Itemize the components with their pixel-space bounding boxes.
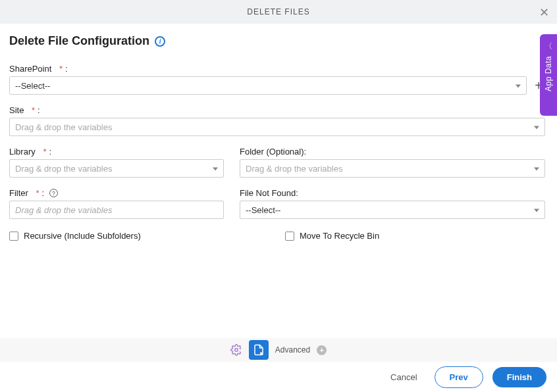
chevron-down-icon	[213, 168, 218, 171]
library-placeholder: Drag & drop the variables	[15, 164, 112, 174]
add-advanced-button[interactable]: +	[317, 345, 327, 355]
file-delete-icon	[253, 344, 265, 356]
sharepoint-label: SharePoint *:	[9, 64, 545, 74]
close-button[interactable]: ✕	[539, 5, 549, 20]
chevron-down-icon	[534, 209, 539, 212]
file-not-found-value: --Select--	[246, 205, 280, 215]
file-delete-icon-button[interactable]	[249, 340, 269, 360]
prev-button[interactable]: Prev	[435, 366, 483, 388]
site-placeholder: Drag & drop the variables	[15, 122, 112, 132]
chevron-down-icon	[534, 126, 539, 130]
content-area: Delete File Configuration i SharePoint *…	[0, 24, 557, 241]
sharepoint-value: --Select--	[15, 81, 50, 91]
dialog-footer: Cancel Prev Finish	[0, 362, 557, 392]
filter-label: Filter *: ?	[9, 188, 224, 198]
page-title-row: Delete File Configuration i	[9, 34, 545, 48]
folder-label: Folder (Optional):	[240, 147, 545, 157]
svg-point-0	[235, 349, 238, 352]
library-input[interactable]: Drag & drop the variables	[9, 159, 224, 178]
recycle-bin-label: Move To Recycle Bin	[300, 231, 379, 241]
site-input[interactable]: Drag & drop the variables	[9, 118, 545, 136]
finish-button[interactable]: Finish	[492, 367, 546, 387]
help-icon[interactable]: ?	[49, 189, 58, 197]
info-icon[interactable]: i	[155, 36, 165, 47]
library-label: Library *:	[9, 147, 224, 157]
filter-placeholder: Drag & drop the variables	[15, 205, 112, 215]
chevron-left-icon: 〈	[544, 41, 552, 52]
file-not-found-select[interactable]: --Select--	[240, 201, 545, 219]
chevron-down-icon	[516, 85, 521, 88]
app-data-panel-toggle[interactable]: 〈 App Data	[540, 34, 557, 116]
recursive-checkbox[interactable]	[9, 232, 18, 241]
folder-placeholder: Drag & drop the variables	[246, 164, 342, 174]
cancel-button[interactable]: Cancel	[383, 367, 425, 387]
advanced-label: Advanced	[275, 345, 310, 355]
dialog-header: DELETE FILES ✕	[0, 0, 557, 24]
chevron-down-icon	[534, 168, 539, 171]
sharepoint-select[interactable]: --Select--	[9, 76, 527, 95]
file-not-found-label: File Not Found:	[240, 188, 545, 198]
folder-input[interactable]: Drag & drop the variables	[240, 159, 545, 178]
site-label: Site *:	[9, 105, 545, 115]
gear-icon[interactable]	[230, 344, 242, 356]
app-data-label: App Data	[544, 56, 553, 91]
page-title: Delete File Configuration	[9, 34, 149, 48]
bottom-toolbar: Advanced +	[0, 338, 557, 362]
recycle-bin-checkbox[interactable]	[285, 232, 294, 241]
dialog-title: DELETE FILES	[247, 7, 309, 16]
recursive-label: Recursive (Include Subfolders)	[24, 231, 141, 241]
filter-input[interactable]: Drag & drop the variables	[9, 201, 224, 219]
